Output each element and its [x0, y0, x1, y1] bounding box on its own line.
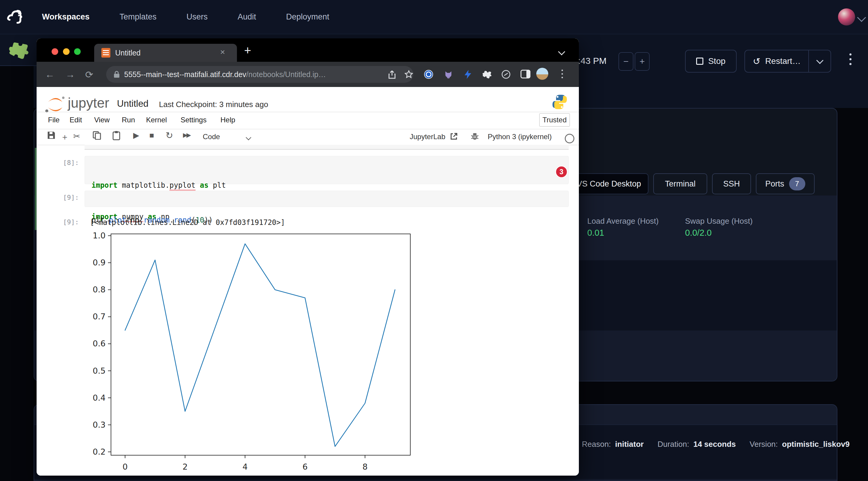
new-tab-button[interactable]: +	[244, 44, 251, 57]
nav-item-workspaces[interactable]: Workspaces	[42, 12, 90, 22]
nav-item-templates[interactable]: Templates	[120, 12, 157, 22]
svg-text:0.6: 0.6	[93, 339, 105, 348]
restart-label: Restart…	[765, 56, 801, 66]
nav-item-audit[interactable]: Audit	[238, 12, 256, 22]
svg-text:0.9: 0.9	[93, 258, 105, 267]
run-cell-button[interactable]: ▶	[133, 131, 139, 140]
ports-count-badge: 7	[789, 177, 805, 190]
metric-value-load: 0.01	[587, 228, 604, 238]
extensions-puzzle-icon[interactable]	[482, 70, 492, 81]
zoom-out-button[interactable]: −	[618, 52, 633, 71]
menu-run[interactable]: Run	[122, 116, 135, 124]
jupyter-brand: jupyter	[68, 95, 109, 111]
browser-menu-icon[interactable]	[561, 70, 563, 78]
interrupt-kernel-button[interactable]: ■	[149, 131, 154, 140]
debugger-bug-icon[interactable]	[470, 132, 479, 141]
browser-profile-avatar[interactable]	[536, 68, 548, 80]
back-icon[interactable]: ←	[45, 69, 55, 80]
app-button-ssh[interactable]: SSH	[712, 173, 751, 194]
restart-kernel-button[interactable]: ↻	[165, 130, 173, 141]
puzzle-icon	[8, 41, 29, 59]
restart-icon: ↺	[753, 56, 760, 67]
app-button-terminal[interactable]: Terminal	[653, 173, 707, 194]
reason-label: Reason:	[582, 440, 611, 449]
side-panel-icon[interactable]	[520, 70, 531, 80]
close-window-button[interactable]	[52, 48, 58, 55]
code-line: import matplotlib.pyplot as plt	[91, 180, 568, 191]
minimize-window-button[interactable]	[63, 48, 70, 55]
restart-split-button: ↺ Restart…	[744, 50, 831, 72]
cell-type-chevron-icon	[246, 135, 251, 140]
metric-value-swap: 0.0/2.0	[685, 228, 712, 238]
integration-card	[0, 34, 37, 66]
menu-settings[interactable]: Settings	[181, 116, 207, 124]
svg-text:0.4: 0.4	[93, 393, 105, 403]
top-navigation-bar: Workspaces Templates Users Audit Deploym…	[0, 0, 868, 34]
bookmark-star-icon[interactable]	[404, 70, 413, 79]
menu-edit[interactable]: Edit	[70, 116, 82, 124]
chevron-down-icon	[816, 57, 823, 64]
version-value[interactable]: optimistic_liskov9	[782, 440, 849, 449]
nav-item-users[interactable]: Users	[187, 12, 208, 22]
cut-cells-button[interactable]: ✂	[73, 131, 80, 141]
paste-cells-button[interactable]	[112, 131, 121, 142]
extension-circle-icon[interactable]	[501, 70, 511, 81]
svg-text:4: 4	[242, 462, 247, 472]
browser-tab-bar: Untitled × +	[37, 38, 579, 62]
menu-view[interactable]: View	[94, 116, 110, 124]
zoom-in-label: +	[640, 56, 645, 67]
lock-icon	[113, 70, 120, 78]
add-cell-button[interactable]: ＋	[61, 131, 69, 143]
app-label: VS Code Desktop	[577, 179, 641, 189]
code-cell-8[interactable]: import matplotlib.pyplot as plt import n…	[85, 156, 569, 184]
cell-type-select[interactable]: Code	[203, 133, 220, 141]
share-icon[interactable]	[388, 70, 396, 79]
app-button-ports[interactable]: Ports 7	[756, 173, 815, 194]
clipped-cell[interactable]: import matplotlib.pyplot as plt	[85, 145, 569, 150]
onepassword-extension-icon[interactable]	[424, 70, 433, 81]
restart-button[interactable]: ↺ Restart…	[745, 51, 808, 72]
run-all-button[interactable]: ▶▶	[183, 131, 190, 138]
lightning-extension-icon[interactable]	[463, 70, 472, 81]
reload-icon[interactable]: ⟳	[85, 69, 93, 81]
jupyterlab-link[interactable]: JupyterLab	[410, 133, 445, 141]
svg-text:2: 2	[182, 462, 187, 472]
tab-search-chevron-icon[interactable]	[558, 48, 565, 55]
forward-icon[interactable]: →	[65, 69, 75, 80]
app-button-vscode-desktop[interactable]: VS Code Desktop	[569, 173, 648, 194]
kernel-status-icon	[565, 134, 575, 143]
save-button[interactable]	[47, 131, 56, 142]
menu-file[interactable]: File	[48, 116, 60, 124]
menu-help[interactable]: Help	[220, 116, 235, 124]
code-cell-9[interactable]: plt.plot(np.random.rand(10))	[85, 191, 569, 207]
user-avatar[interactable]	[838, 8, 855, 26]
browser-tab[interactable]: Untitled ×	[94, 44, 237, 62]
maximize-window-button[interactable]	[74, 48, 81, 55]
copy-cells-button[interactable]	[92, 131, 101, 142]
svg-text:0.7: 0.7	[93, 312, 105, 321]
svg-text:0.2: 0.2	[93, 447, 105, 456]
external-link-icon	[450, 133, 458, 140]
cat-extension-icon[interactable]	[443, 70, 453, 81]
workspace-menu-button[interactable]	[849, 53, 851, 65]
user-menu-chevron-icon[interactable]	[857, 13, 866, 22]
svg-text:1.0: 1.0	[93, 231, 105, 240]
browser-toolbar: ← → ⟳ 5555--main--test--matifali.atif.cd…	[37, 62, 579, 87]
stop-button[interactable]: Stop	[685, 50, 737, 72]
nav-item-deployment[interactable]: Deployment	[286, 12, 329, 22]
address-bar[interactable]: 5555--main--test--matifali.atif.cdr.dev/…	[106, 66, 413, 83]
notebook-title[interactable]: Untitled	[117, 98, 149, 109]
tab-title: Untitled	[115, 49, 141, 57]
notification-badge[interactable]: 3	[555, 165, 568, 178]
restart-options-button[interactable]	[809, 51, 831, 72]
svg-text:0.8: 0.8	[93, 285, 105, 294]
app-label: Terminal	[665, 179, 695, 189]
build-info-row: Reason: initiator Duration: 14 seconds V…	[582, 440, 850, 449]
trusted-button[interactable]: Trusted	[539, 114, 570, 127]
metric-label-load: Load Average (Host)	[587, 217, 659, 226]
close-tab-icon[interactable]: ×	[220, 47, 225, 57]
stop-label: Stop	[708, 56, 725, 66]
menu-kernel[interactable]: Kernel	[146, 116, 167, 124]
zoom-in-button[interactable]: +	[634, 52, 650, 71]
kernel-name[interactable]: Python 3 (ipykernel)	[488, 133, 552, 141]
